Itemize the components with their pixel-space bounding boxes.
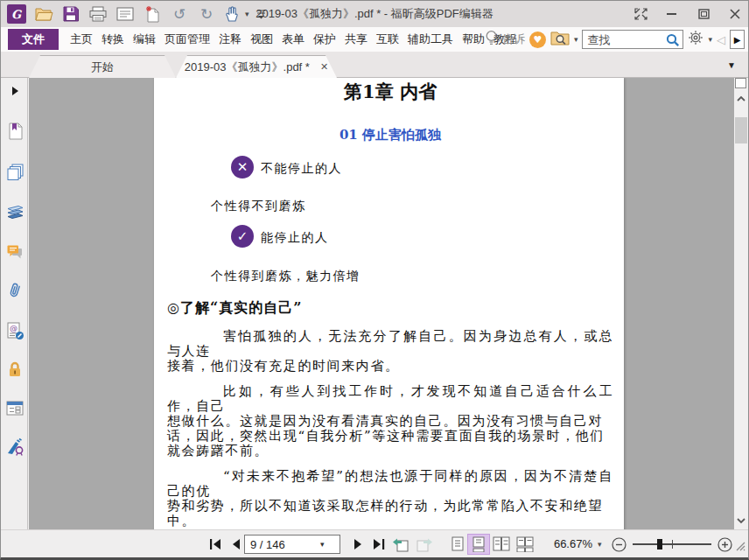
zoom-out-button[interactable] [610, 536, 627, 552]
vertical-scrollbar[interactable] [734, 78, 748, 533]
cross-circle-icon: ✕ [231, 156, 254, 178]
last-page-button[interactable] [370, 536, 388, 552]
tab-start-label: 开始 [91, 60, 114, 75]
fields-panel-icon[interactable] [5, 398, 24, 417]
page-number-input[interactable] [245, 538, 320, 551]
menu-convert[interactable]: 转换 [97, 29, 129, 50]
scrollbar-thumb[interactable] [735, 117, 747, 144]
tab-close-icon[interactable]: ✕ [320, 61, 328, 73]
menu-share[interactable]: 共享 [340, 29, 372, 50]
paragraph-1: 害怕孤独的人，无法充分了解自己。因为身边总有人，或总与人连 接着，他们没有充足的… [167, 329, 613, 374]
page-number-box: ▾ [244, 535, 340, 554]
navigation-panel: @ [1, 78, 28, 533]
paragraph-2: 比如，有些人到找工作时，才发现不知道自己适合什么工作，自己 想做什么。这就是因为… [167, 384, 613, 458]
menu-items: 主页 转换 编辑 页面管理 注释 视图 表单 保护 共享 互联 辅助工具 帮助 … [66, 29, 521, 50]
svg-text:@: @ [10, 324, 18, 332]
document-canvas[interactable]: 第1章 内省 01 停止害怕孤独 ✕ 不能停止的人 个性得不到磨炼 ✓ 能停止的… [29, 78, 734, 533]
window-controls [631, 1, 745, 27]
search-icon[interactable] [666, 33, 680, 51]
menu-connect[interactable]: 互联 [372, 29, 403, 50]
tab-document[interactable]: 2019-03《孤独力》.pdf * ✕ [176, 55, 337, 78]
signatures-panel-icon[interactable] [5, 437, 24, 456]
close-button[interactable] [725, 4, 745, 24]
zoom-slider-tick [672, 540, 673, 549]
bookmarks-panel-icon[interactable] [5, 122, 24, 141]
tab-start[interactable]: 开始 [29, 55, 176, 78]
ribbon-expand-button[interactable]: ▶ [730, 30, 745, 49]
scroll-up-icon[interactable] [736, 91, 746, 102]
next-view-button[interactable] [416, 536, 433, 552]
single-page-view-button[interactable] [449, 536, 466, 552]
menu-organize[interactable]: 页面管理 [160, 29, 214, 50]
cannot-stop-row: ✕ 不能停止的人 [231, 156, 613, 178]
cannot-stop-label: 不能停止的人 [261, 161, 342, 178]
zoom-slider-knob[interactable] [657, 539, 662, 550]
ribbon-back-arrow-icon: ◁ [717, 33, 725, 46]
toggle-ui-mode-icon[interactable] [631, 4, 650, 24]
find-input[interactable] [583, 31, 663, 48]
continuous-view-button[interactable] [468, 535, 489, 554]
ribbon-menu-bar: 文件 主页 转换 编辑 页面管理 注释 视图 表单 保护 共享 互联 辅助工具 … [1, 27, 748, 52]
menu-view[interactable]: 视图 [246, 29, 277, 50]
resize-grip[interactable] [735, 539, 746, 555]
search-folder-icon[interactable] [550, 30, 570, 49]
cannot-stop-desc: 个性得不到磨炼 [211, 199, 613, 214]
chapter-title: 第1章 内省 [167, 80, 613, 103]
pdf-page-content: 第1章 内省 01 停止害怕孤独 ✕ 不能停止的人 个性得不到磨炼 ✓ 能停止的… [154, 80, 624, 533]
can-stop-row: ✓ 能停止的人 [231, 225, 613, 248]
menu-protect[interactable]: 保护 [309, 29, 340, 50]
paragraph-3: “对未来不抱希望”的想法也源于同样的原因，因为不清楚自己的优 势和劣势，所以不知… [167, 469, 613, 528]
zoom-slider[interactable] [633, 543, 711, 545]
favorite-heart-icon[interactable]: ♥ [529, 32, 546, 48]
can-stop-label: 能停止的人 [261, 230, 329, 248]
previous-view-button[interactable] [392, 536, 410, 552]
can-stop-desc: 个性得到磨炼，魅力倍增 [211, 269, 613, 284]
tab-document-label: 2019-03《孤独力》.pdf * [185, 60, 310, 75]
menu-form[interactable]: 表单 [277, 29, 309, 50]
split-view-handle[interactable] [735, 78, 746, 88]
menu-right-tools: 告诉 ♥ ▾ ▾ ◁ ▶ [485, 27, 745, 52]
menu-file[interactable]: 文件 [8, 29, 59, 50]
gear-icon[interactable] [688, 30, 704, 49]
pages-panel-icon[interactable] [5, 162, 24, 181]
restore-button[interactable] [694, 4, 713, 24]
scroll-down-icon[interactable] [736, 513, 746, 523]
zoom-dropdown-caret[interactable]: ▾ [598, 541, 602, 549]
search-folder-caret[interactable]: ▾ [574, 36, 578, 44]
previous-page-button[interactable] [228, 536, 245, 552]
section-heading: 01 停止害怕孤独 [167, 127, 613, 144]
zoom-in-button[interactable] [716, 536, 733, 552]
panel-expand-arrow[interactable] [5, 81, 24, 101]
facing-view-button[interactable] [491, 536, 512, 552]
pdf-page[interactable]: 第1章 内省 01 停止害怕孤独 ✕ 不能停止的人 个性得不到磨炼 ✓ 能停止的… [154, 78, 624, 533]
menu-home[interactable]: 主页 [66, 29, 97, 50]
attachments-panel-icon[interactable] [5, 281, 24, 300]
comments-panel-icon[interactable] [5, 242, 24, 262]
gear-dropdown-caret[interactable]: ▾ [708, 36, 712, 44]
menu-edit[interactable]: 编辑 [129, 29, 160, 50]
digital-ids-panel-icon[interactable]: @ [5, 321, 24, 340]
subheading: ◎了解“真实的自己” [167, 299, 613, 318]
menu-accessibility[interactable]: 辅助工具 [403, 29, 458, 50]
layers-panel-icon[interactable] [5, 202, 24, 221]
security-panel-icon[interactable] [5, 360, 24, 379]
tell-me-label[interactable]: 告诉 [502, 32, 525, 47]
tab-list-caret-icon[interactable]: ▼ [727, 60, 736, 70]
main-area: @ 第1章 内省 01 停止害怕孤独 ✕ 不能停止的人 [1, 78, 748, 533]
status-bar: ▾ 66.67% ▾ [1, 529, 748, 557]
continuous-facing-view-button[interactable] [514, 536, 536, 552]
lightbulb-icon [485, 29, 498, 50]
minimize-button[interactable] [662, 4, 682, 24]
document-tab-bar: 开始 2019-03《孤独力》.pdf * ✕ ▼ [1, 52, 748, 78]
zoom-level-label[interactable]: 66.67% [542, 537, 592, 550]
title-bar: G ↺ ↻ ▾ [1, 1, 748, 27]
page-number-caret[interactable]: ▾ [320, 541, 325, 549]
menu-comment[interactable]: 注释 [214, 29, 246, 50]
check-circle-icon: ✓ [231, 225, 254, 248]
find-box [582, 30, 683, 49]
first-page-button[interactable] [207, 536, 225, 552]
foxit-pdf-editor-window: G ↺ ↻ ▾ [0, 0, 749, 560]
next-page-button[interactable] [349, 536, 367, 552]
